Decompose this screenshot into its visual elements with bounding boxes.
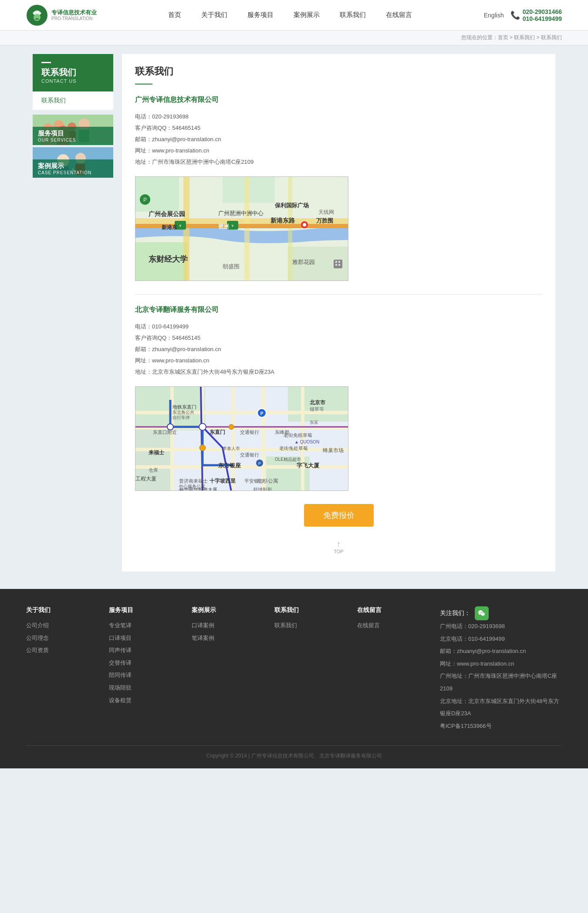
nav-message[interactable]: 在线留言: [382, 9, 416, 21]
footer-right: 关注我们： 广州电话：020-29193698 北京电话：010-6419949…: [440, 606, 562, 732]
svg-text:东财经大学: 东财经大学: [149, 254, 188, 264]
footer-svc-1[interactable]: 专业笔译: [109, 619, 170, 632]
footer-columns: 关于我们 公司介绍 公司理念 公司资质 服务项目 专业笔译 口译项目 同声传译 …: [26, 606, 562, 732]
svg-rect-43: [334, 260, 342, 268]
sidebar-contact-en: CONTACT US: [41, 78, 105, 84]
company1-email: 邮箱：zhuanyi@pro-translation.cn: [135, 134, 542, 145]
services-overlay: 服务项目 OUR SERVICES: [33, 127, 113, 145]
logo[interactable]: 专译信息技术有业 PRO-TRANSLATION: [26, 4, 97, 26]
footer-svc-5[interactable]: 陪同传译: [109, 669, 170, 682]
sidebar-dash: [41, 62, 51, 63]
svg-text:仓库: 仓库: [149, 467, 158, 473]
svg-text:老街兔处草莓: 老街兔处草莓: [279, 446, 308, 451]
map2: P 地铁东直门 东北角公共 自行车停 东直口附近 东直门 交通银行 东峰都 北京…: [135, 386, 348, 491]
sidebar-contact-cn: 联系我们: [41, 67, 105, 78]
footer-svc-2[interactable]: 口译项目: [109, 632, 170, 645]
footer-contact: 联系我们 联系我们: [274, 606, 335, 732]
company2-website: 网址：www.pro-translation.cn: [135, 355, 542, 366]
nav-services[interactable]: 服务项目: [244, 9, 277, 21]
title-underline: [135, 84, 152, 85]
footer-case-1[interactable]: 口译案例: [192, 619, 253, 632]
footer-online-link[interactable]: 在线留言: [357, 619, 418, 632]
footer-case-2[interactable]: 笔译案例: [192, 632, 253, 645]
svg-text:Y: Y: [179, 224, 182, 228]
footer-online-title: 在线留言: [357, 606, 418, 614]
company2-address: 地址：北京市东城区东直门外大街48号东方银座D座23A: [135, 366, 542, 378]
sidebar-services-card[interactable]: 服务项目 OUR SERVICES: [33, 115, 113, 145]
company2-email: 邮箱：zhuanyi@pro-translation.cn: [135, 344, 542, 355]
company2-name: 北京专译翻译服务有限公司: [135, 305, 542, 314]
svg-text:十字坡西里: 十字坡西里: [210, 478, 236, 484]
svg-rect-22: [288, 177, 292, 281]
sidebar-item-contact[interactable]: 联系我们: [33, 91, 113, 110]
footer-about: 关于我们 公司介绍 公司理念 公司资质: [26, 606, 87, 732]
footer-svc-6[interactable]: 现场陪驻: [109, 682, 170, 694]
footer-svc-4[interactable]: 交替传译: [109, 657, 170, 670]
nav-cases[interactable]: 案例展示: [290, 9, 323, 21]
svg-rect-47: [338, 264, 340, 266]
footer-copyright: Copyright © 2014 | 广州专译信息技术有限公司、北京专译翻译服务…: [26, 745, 562, 760]
cases-cn: 案例展示: [38, 162, 108, 170]
svg-text:新港东: 新港东: [162, 224, 178, 230]
footer-link-qual[interactable]: 公司资质: [26, 644, 87, 657]
logo-icon: [26, 4, 48, 26]
svg-text:保利国际广场: 保利国际广场: [274, 202, 309, 209]
services-cn: 服务项目: [38, 129, 108, 138]
sidebar-submenu: 联系我们: [33, 91, 113, 110]
svg-text:雅郡花园: 雅郡花园: [292, 259, 315, 265]
svg-text:朝盛围: 朝盛围: [223, 263, 240, 270]
svg-text:红杉公寓: 红杉公寓: [257, 478, 278, 484]
sidebar-cases-card[interactable]: 案例展示 CASE PRESENTATION: [33, 147, 113, 178]
svg-text:广州会展公园: 广州会展公园: [148, 210, 185, 217]
footer-website: 网址：www.pro-translation.cn: [440, 658, 562, 670]
nav-contact[interactable]: 联系我们: [336, 9, 369, 21]
footer-svc-7[interactable]: 设备租赁: [109, 694, 170, 707]
language-switch[interactable]: English: [484, 12, 504, 19]
phone-block: 📞 020-29031466 010-64199499: [510, 8, 562, 22]
svg-rect-21: [244, 177, 250, 281]
svg-text:Y: Y: [231, 224, 234, 228]
svg-point-65: [229, 424, 234, 429]
follow-title: 关注我们：: [440, 609, 470, 617]
svg-text:天线网: 天线网: [318, 209, 334, 215]
footer-link-concept[interactable]: 公司理念: [26, 632, 87, 645]
company2-qq: 客户咨询QQ：546465145: [135, 332, 542, 344]
sidebar: 联系我们 CONTACT US 联系我们 服务项目 OUR SERVIC: [33, 54, 113, 571]
company1-name: 广州专译信息技术有限公司: [135, 95, 542, 105]
footer-gz-phone: 广州电话：020-29193698: [440, 620, 562, 633]
svg-text:蜂巢市场: 蜂巢市场: [323, 447, 344, 453]
footer: 关于我们 公司介绍 公司理念 公司资质 服务项目 专业笔译 口译项目 同声传译 …: [0, 589, 588, 768]
svg-point-1: [34, 14, 41, 21]
header: 专译信息技术有业 PRO-TRANSLATION 首页 关于我们 服务项目 案例…: [0, 0, 588, 30]
svg-rect-61: [301, 387, 304, 491]
services-en: OUR SERVICES: [38, 138, 108, 142]
svg-text:琶洲: 琶洲: [218, 223, 229, 230]
svg-text:▲ QUOSON: ▲ QUOSON: [294, 440, 319, 444]
svg-text:邦球影影: 邦球影影: [253, 487, 272, 491]
svg-text:字飞大厦: 字飞大厦: [297, 462, 320, 469]
svg-text:普济南来福士: 普济南来福士: [179, 478, 208, 484]
wechat-icon[interactable]: [475, 606, 489, 620]
svg-rect-46: [335, 264, 337, 266]
logo-cn: 专译信息技术有业: [51, 9, 97, 17]
svg-text:交通银行: 交通银行: [240, 429, 259, 435]
svg-text:东直门: 东直门: [210, 429, 225, 435]
wechat-row: 关注我们：: [440, 606, 562, 620]
footer-contact-link[interactable]: 联系我们: [274, 619, 335, 632]
top-button[interactable]: ↑ TOP: [330, 540, 348, 554]
svg-text:烟草等: 烟草等: [310, 406, 324, 412]
footer-svc-3[interactable]: 同声传译: [109, 644, 170, 657]
footer-link-intro[interactable]: 公司介绍: [26, 619, 87, 632]
phone1: 020-29031466: [523, 8, 562, 15]
svg-text:交通银行: 交通银行: [240, 452, 259, 457]
nav-home[interactable]: 首页: [165, 9, 185, 21]
phone-icon: 📞: [510, 10, 520, 20]
nav-about[interactable]: 关于我们: [198, 9, 231, 21]
svg-text:OLE精品超市: OLE精品超市: [275, 457, 301, 462]
map1-svg: Y Y 广州会展公园 保利国际广场 天线网 广州琶洲中洲中心 新港东 琶洲 新港…: [135, 177, 348, 281]
sidebar-contact-header: 联系我们 CONTACT US: [33, 54, 113, 91]
footer-bj-phone: 北京电话：010-64199499: [440, 633, 562, 646]
svg-text:东北角公共: 东北角公共: [172, 410, 194, 415]
cta-button[interactable]: 免费报价: [304, 504, 374, 527]
footer-contact-title: 联系我们: [274, 606, 335, 614]
